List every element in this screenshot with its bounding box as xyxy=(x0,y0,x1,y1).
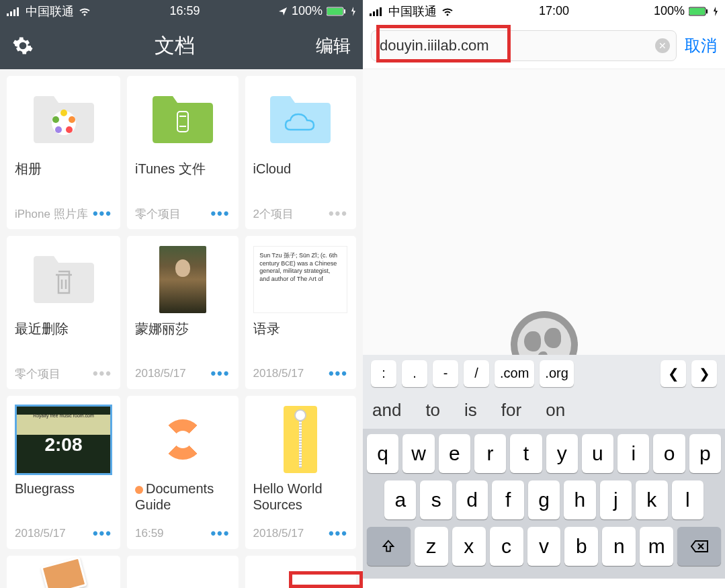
card-documents-guide[interactable]: Documents Guide 16:59••• xyxy=(127,396,239,549)
svg-rect-7 xyxy=(344,9,345,13)
card-partial[interactable] xyxy=(127,556,239,588)
svg-point-12 xyxy=(55,126,62,133)
more-icon[interactable]: ••• xyxy=(93,205,112,222)
more-icon[interactable]: ••• xyxy=(93,525,112,542)
red-highlight-box xyxy=(376,25,511,62)
key[interactable]: c xyxy=(490,527,523,566)
key[interactable]: k xyxy=(636,480,667,519)
card-title: 蒙娜丽莎 xyxy=(135,321,230,337)
card-title: 语录 xyxy=(253,321,349,337)
carrier-label: 中国联通 xyxy=(26,3,74,19)
card-icloud[interactable]: iCloud 2个项目••• xyxy=(245,76,357,229)
globe-icon xyxy=(511,311,578,355)
svg-rect-22 xyxy=(706,9,708,13)
status-time: 16:59 xyxy=(169,4,200,18)
card-photos[interactable]: 相册 iPhone 照片库••• xyxy=(7,76,120,229)
location-icon xyxy=(278,7,288,16)
key[interactable]: s xyxy=(420,480,452,519)
svg-point-13 xyxy=(52,116,59,123)
suggestion[interactable]: and xyxy=(372,400,401,421)
key[interactable]: l xyxy=(672,480,703,519)
battery-pct: 100% xyxy=(292,4,323,18)
suggestion[interactable]: is xyxy=(464,400,477,421)
music-thumbnail: Royalty free music room.com2:08 xyxy=(15,405,112,475)
documents-grid: 相册 iPhone 照片库••• iTunes 文件 零个项目••• iClou… xyxy=(0,69,363,588)
key[interactable]: m xyxy=(640,527,673,566)
shortcut-key[interactable]: .org xyxy=(540,360,573,387)
svg-point-9 xyxy=(60,110,67,116)
svg-point-4 xyxy=(84,13,86,15)
card-mona-lisa[interactable]: 蒙娜丽莎 2018/5/17••• xyxy=(127,236,239,389)
key[interactable]: b xyxy=(564,527,598,566)
key[interactable]: n xyxy=(602,527,636,566)
svg-rect-0 xyxy=(7,13,9,16)
key[interactable]: x xyxy=(452,527,486,566)
card-title: iCloud xyxy=(253,161,349,177)
key[interactable]: i xyxy=(617,434,649,473)
key[interactable]: o xyxy=(653,434,685,473)
card-partial[interactable] xyxy=(7,556,120,588)
more-icon[interactable]: ••• xyxy=(329,525,348,542)
clipboard-icon xyxy=(40,556,87,588)
card-subtitle: 2018/5/17 xyxy=(253,367,304,380)
more-icon[interactable]: ••• xyxy=(93,365,112,382)
shortcut-key[interactable]: : xyxy=(371,360,396,387)
more-icon[interactable]: ••• xyxy=(210,205,230,222)
key[interactable]: u xyxy=(582,434,613,473)
card-title: 相册 xyxy=(15,161,112,177)
key[interactable]: d xyxy=(456,480,488,519)
gear-icon[interactable] xyxy=(12,35,34,56)
key[interactable]: y xyxy=(546,434,578,473)
svg-rect-1 xyxy=(10,11,12,16)
key[interactable]: h xyxy=(564,480,595,519)
shortcut-key[interactable]: .com xyxy=(495,360,534,387)
key[interactable]: q xyxy=(367,434,398,473)
page-title: 文档 xyxy=(155,32,195,60)
svg-rect-21 xyxy=(689,8,705,15)
key[interactable]: j xyxy=(600,480,632,519)
card-itunes[interactable]: iTunes 文件 零个项目••• xyxy=(127,76,239,229)
lifebuoy-icon xyxy=(163,419,203,460)
shortcut-key[interactable]: . xyxy=(402,360,427,387)
key[interactable]: e xyxy=(439,434,470,473)
next-key[interactable]: ❯ xyxy=(691,360,717,387)
key[interactable]: g xyxy=(528,480,560,519)
more-icon[interactable]: ••• xyxy=(210,365,230,382)
keyboard-row-1: qwertyuiop xyxy=(367,434,721,473)
edit-button[interactable]: 编辑 xyxy=(316,34,351,58)
shortcut-key[interactable]: - xyxy=(433,360,458,387)
key[interactable]: a xyxy=(384,480,416,519)
safari-screen: 中国联通 17:00 100% ✕ 取消 : . - / .com . xyxy=(363,0,725,588)
prev-key[interactable]: ❮ xyxy=(660,360,686,387)
key[interactable]: v xyxy=(527,527,561,566)
more-icon[interactable]: ••• xyxy=(210,525,230,542)
card-hello-world[interactable]: Hello World Sources 2018/5/17••• xyxy=(245,396,357,549)
card-subtitle: 零个项目 xyxy=(15,366,60,382)
card-title: 最近删除 xyxy=(15,321,112,337)
key[interactable]: r xyxy=(474,434,506,473)
unread-dot-icon xyxy=(135,486,143,494)
key[interactable]: f xyxy=(492,480,523,519)
suggestion[interactable]: on xyxy=(546,400,565,421)
more-icon[interactable]: ••• xyxy=(329,365,348,382)
suggestion[interactable]: for xyxy=(501,400,521,421)
more-icon[interactable]: ••• xyxy=(329,205,348,222)
svg-point-19 xyxy=(447,13,449,15)
suggestion[interactable]: to xyxy=(425,400,440,421)
card-subtitle: 2018/5/17 xyxy=(15,527,66,540)
key[interactable]: w xyxy=(402,434,434,473)
shortcut-key[interactable]: / xyxy=(464,360,489,387)
key[interactable]: z xyxy=(415,527,448,566)
card-trash[interactable]: 最近删除 零个项目••• xyxy=(7,236,120,389)
cancel-button[interactable]: 取消 xyxy=(685,35,717,56)
svg-point-10 xyxy=(69,116,75,123)
clear-icon[interactable]: ✕ xyxy=(655,38,670,53)
shift-key[interactable] xyxy=(367,527,411,566)
battery-pct: 100% xyxy=(654,4,685,18)
red-highlight-box xyxy=(289,571,363,588)
card-bluegrass[interactable]: Royalty free music room.com2:08 Bluegras… xyxy=(7,396,120,549)
key[interactable]: p xyxy=(689,434,721,473)
key[interactable]: t xyxy=(510,434,542,473)
backspace-key[interactable] xyxy=(677,527,721,566)
card-quotes[interactable]: Sun Tzu 孫子; Sūn Zǐ; (c. 6th century BCE)… xyxy=(245,236,357,389)
